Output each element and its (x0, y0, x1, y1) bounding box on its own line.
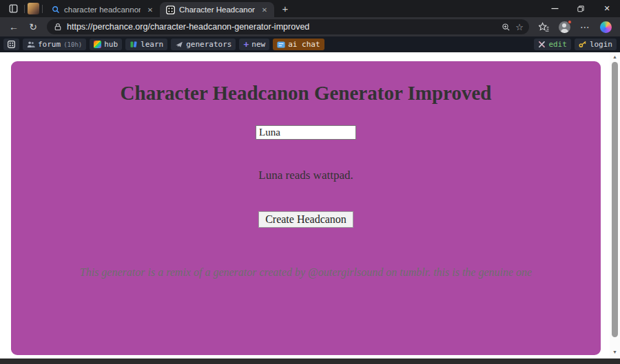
scroll-down-icon[interactable]: ▼ (610, 350, 620, 354)
toolbar-generators-button[interactable]: generators (171, 39, 236, 50)
toolbar-edit-button[interactable]: edit (534, 39, 571, 50)
forum-activity-badge: (10h) (63, 41, 82, 48)
window-controls: ✕ (541, 0, 620, 17)
toolbar-label: new (251, 40, 265, 49)
toolbar-label: edit (548, 40, 567, 49)
lock-icon (54, 23, 62, 31)
rainbow-icon (94, 41, 101, 48)
url-text: https://perchance.org/character-headcano… (67, 22, 497, 32)
toolbar-new-button[interactable]: + new (239, 39, 269, 50)
scrollbar-thumb[interactable] (612, 62, 618, 337)
toolbar-label: login (590, 40, 612, 49)
divider (24, 5, 25, 13)
favorites-icon[interactable] (535, 19, 552, 35)
generator-panel: Character Headcanon Generator Improved L… (11, 61, 601, 355)
page-title: Character Headcanon Generator Improved (11, 61, 601, 105)
notification-dot (568, 20, 572, 24)
books-icon (130, 41, 138, 48)
window-bottom-edge (0, 358, 620, 364)
restore-button[interactable] (568, 0, 594, 17)
browser-tab-search[interactable]: character headcannon generator ✕ (45, 2, 160, 17)
search-icon (52, 6, 60, 14)
new-tab-button[interactable]: + (277, 1, 293, 17)
back-icon[interactable]: ← (6, 19, 22, 35)
bookmark-star-icon[interactable]: ☆ (515, 22, 524, 32)
profile-avatar[interactable] (555, 19, 573, 35)
tab-close-icon[interactable]: ✕ (145, 4, 156, 15)
page-scrollbar[interactable]: ▲ ▼ (610, 52, 620, 358)
minimize-button[interactable] (541, 0, 568, 17)
tab-title: Character Headcanon Generator I (179, 6, 255, 14)
dice-icon (166, 6, 175, 14)
toolbar-label: learn (141, 40, 163, 49)
paper-plane-icon (175, 41, 183, 48)
chat-icon (277, 41, 285, 48)
address-bar[interactable]: https://perchance.org/character-headcano… (47, 19, 529, 34)
browser-tab-active[interactable]: Character Headcanon Generator I ✕ (160, 2, 274, 17)
toolbar-ai-chat-button[interactable]: ai chat (273, 39, 324, 50)
toolbar-learn-button[interactable]: learn (125, 39, 167, 50)
toolbar-login-button[interactable]: login (575, 39, 617, 50)
character-name-input[interactable] (256, 125, 356, 140)
toolbar-hub-button[interactable]: hub (90, 39, 122, 50)
perchance-dice-button[interactable] (3, 39, 19, 50)
toolbar-forum-button[interactable]: forum (10h) (23, 39, 86, 50)
zoom-in-icon[interactable] (502, 23, 510, 32)
tab-strip: character headcannon generator ✕ Charact… (0, 0, 620, 17)
headcanon-result-text: Luna reads wattpad. (11, 169, 601, 182)
key-icon (579, 41, 587, 48)
tab-strip-left (0, 0, 45, 17)
workspaces-icon[interactable] (5, 1, 21, 16)
page-content: Character Headcanon Generator Improved L… (0, 52, 620, 358)
toolbar-label: generators (186, 40, 231, 49)
settings-menu-icon[interactable]: ⋯ (576, 19, 594, 35)
address-bar-row: ← ↻ https://perchance.org/character-head… (0, 17, 620, 36)
close-window-button[interactable]: ✕ (594, 0, 620, 17)
browser-window: character headcannon generator ✕ Charact… (0, 0, 620, 364)
create-headcanon-button[interactable]: Create Headcanon (258, 211, 353, 228)
tools-icon (538, 41, 546, 48)
people-icon (27, 41, 35, 48)
toolbar-label: hub (104, 40, 118, 49)
remix-credit-note: This generator is a remix of a generator… (11, 266, 601, 279)
tab-title: character headcannon generator (64, 6, 141, 14)
scroll-up-icon[interactable]: ▲ (610, 54, 620, 59)
dice-icon (8, 41, 15, 48)
toolbar-label: ai chat (288, 40, 320, 49)
refresh-icon[interactable]: ↻ (25, 19, 41, 35)
plus-icon: + (243, 39, 249, 50)
pinned-tab-avatar[interactable] (28, 3, 39, 14)
perchance-toolbar: forum (10h) hub learn generators + new (0, 36, 620, 52)
tab-close-icon[interactable]: ✕ (259, 4, 270, 15)
divider (42, 5, 43, 13)
toolbar-label: forum (38, 40, 61, 49)
copilot-icon[interactable] (597, 19, 614, 35)
